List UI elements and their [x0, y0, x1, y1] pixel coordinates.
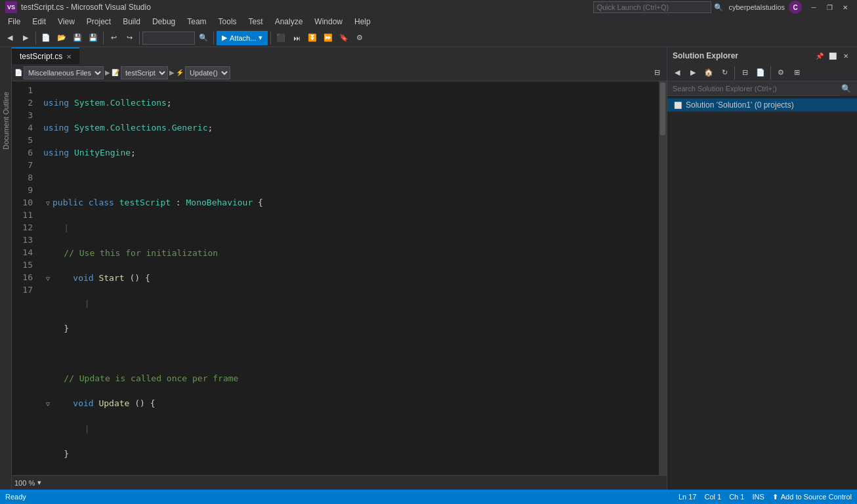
se-extra-btn[interactable]: ⊞: [789, 66, 804, 80]
menu-tools[interactable]: Tools: [213, 16, 242, 28]
toolbar-new-btn[interactable]: 📄: [39, 31, 53, 45]
menu-view[interactable]: View: [52, 16, 80, 28]
code-nav-bar: 📄 Miscellaneous Files ▶ 📝 testScript ▶ ⚡…: [12, 64, 667, 81]
se-maximize-btn[interactable]: ⬜: [827, 50, 839, 62]
toolbar-undo-btn[interactable]: ↩: [106, 31, 121, 45]
menu-project[interactable]: Project: [81, 16, 116, 28]
status-ch: Ch 1: [729, 493, 744, 501]
toolbar-redo-btn[interactable]: ↪: [122, 31, 136, 45]
menu-debug[interactable]: Debug: [147, 16, 180, 28]
attach-button[interactable]: ▶ Attach... ▾: [217, 31, 268, 45]
editor-tab-testscript[interactable]: testScript.cs ✕: [12, 47, 79, 64]
se-search-input[interactable]: [667, 81, 841, 96]
se-toolbar: ◀ ▶ 🏠 ↻ ⊟ 📄 ⚙ ⊞: [667, 64, 857, 81]
status-ins: INS: [752, 493, 764, 501]
menu-edit[interactable]: Edit: [27, 16, 51, 28]
toolbar-step-btn[interactable]: ⏭: [289, 31, 304, 45]
menu-test[interactable]: Test: [243, 16, 268, 28]
se-forward-btn[interactable]: ▶: [686, 66, 700, 80]
quick-launch-search-icon[interactable]: 🔍: [714, 3, 723, 12]
se-show-files-btn[interactable]: 📄: [753, 66, 768, 80]
toolbar-step2-btn[interactable]: ⏬: [305, 31, 320, 45]
status-bar-right: Ln 17 Col 1 Ch 1 INS ⬆ Add to Source Con…: [679, 493, 852, 501]
main-area: Document Outline testScript.cs ✕ 📄 Misce…: [0, 47, 857, 490]
restore-button[interactable]: ❐: [823, 1, 836, 13]
toolbar-open-btn[interactable]: 📂: [54, 31, 69, 45]
file-icon2: 📝: [112, 69, 119, 76]
se-refresh-btn[interactable]: ↻: [717, 66, 732, 80]
attach-label: Attach...: [230, 34, 256, 42]
collapse-all-btn[interactable]: ⊟: [650, 66, 664, 80]
user-area: cyberpetalstudios C: [728, 1, 802, 14]
zoom-dropdown-icon[interactable]: ▾: [37, 478, 41, 487]
status-col: Col 1: [704, 493, 721, 501]
toolbar-forward-btn[interactable]: ▶: [18, 31, 33, 45]
toolbar-sep3: [139, 32, 140, 45]
se-close-btn[interactable]: ✕: [840, 50, 852, 62]
menu-help[interactable]: Help: [349, 16, 376, 28]
menu-team[interactable]: Team: [182, 16, 211, 28]
toolbar-back-btn[interactable]: ◀: [3, 31, 17, 45]
menu-file[interactable]: File: [3, 16, 26, 28]
zoom-level: 100 %: [14, 479, 35, 487]
toolbar-search-btn[interactable]: 🔍: [196, 31, 211, 45]
line-numbers: 1 2 3 4 5 6 7 8 9 10 11 12 13 14 15 16 1…: [12, 81, 38, 475]
se-solution-icon: ⬜: [673, 100, 683, 110]
se-home-btn[interactable]: 🏠: [701, 66, 716, 80]
se-solution-label: Solution 'Solution1' (0 projects): [686, 100, 794, 110]
scrollbar-thumb[interactable]: [660, 83, 665, 135]
toolbar-save-btn[interactable]: 💾: [70, 31, 85, 45]
member-icon: ⚡: [176, 69, 184, 76]
code-content[interactable]: using System.Collections; using System.C…: [38, 81, 659, 475]
quick-launch-input[interactable]: [593, 1, 711, 13]
menu-build[interactable]: Build: [117, 16, 146, 28]
code-editor: 1 2 3 4 5 6 7 8 9 10 11 12 13 14 15 16 1…: [12, 81, 667, 475]
user-avatar[interactable]: C: [789, 1, 802, 14]
document-outline-tab[interactable]: Document Outline: [1, 87, 11, 155]
tab-close-icon[interactable]: ✕: [66, 53, 72, 60]
title-bar: VS testScript.cs - Microsoft Visual Stud…: [0, 0, 857, 14]
toolbar-sep5: [270, 32, 271, 45]
vertical-scrollbar[interactable]: [659, 81, 667, 475]
se-content: ⬜ Solution 'Solution1' (0 projects): [667, 96, 857, 490]
menu-analyze[interactable]: Analyze: [270, 16, 308, 28]
minimize-button[interactable]: ─: [807, 1, 820, 13]
close-button[interactable]: ✕: [839, 1, 852, 13]
tab-bar: testScript.cs ✕: [12, 47, 667, 64]
se-solution-item[interactable]: ⬜ Solution 'Solution1' (0 projects): [667, 98, 857, 112]
username-label: cyberpetalstudios: [728, 3, 785, 11]
attach-dropdown-icon: ▾: [259, 33, 262, 42]
file-icon: 📄: [14, 69, 22, 76]
se-search-row: 🔍: [667, 81, 857, 96]
toolbar-saveall-btn[interactable]: 💾: [86, 31, 100, 45]
toolbar-sep2: [103, 32, 104, 45]
toolbar-bookmark-btn[interactable]: 🔖: [337, 31, 351, 45]
add-to-source-control-button[interactable]: ⬆ Add to Source Control: [772, 493, 852, 501]
toolbar-search-input[interactable]: [142, 32, 195, 45]
editor-area: testScript.cs ✕ 📄 Miscellaneous Files ▶ …: [12, 47, 667, 490]
code-nav-file-select[interactable]: testScript: [121, 66, 168, 79]
toolbar-sep4: [213, 32, 214, 45]
se-collapse-btn[interactable]: ⊟: [738, 66, 752, 80]
toolbar-misc-btn[interactable]: ⚙: [352, 31, 367, 45]
window-controls: ─ ❐ ✕: [807, 1, 852, 13]
menu-window[interactable]: Window: [309, 16, 348, 28]
se-header: Solution Explorer 📌 ⬜ ✕: [667, 47, 857, 64]
se-back-btn[interactable]: ◀: [670, 66, 684, 80]
quick-launch-area: 🔍: [593, 1, 723, 13]
se-pin-btn[interactable]: 📌: [814, 50, 826, 62]
toolbar-sep1: [35, 32, 36, 45]
se-sep1: [734, 66, 735, 79]
toolbar: ◀ ▶ 📄 📂 💾 💾 ↩ ↪ 🔍 ▶ Attach... ▾ ⬛ ⏭ ⏬ ⏩ …: [0, 29, 857, 47]
toolbar-breakpoint-btn[interactable]: ⬛: [274, 31, 288, 45]
code-nav-member-select[interactable]: Update(): [185, 66, 230, 79]
code-nav-context-select[interactable]: Miscellaneous Files: [24, 66, 104, 79]
tab-label: testScript.cs: [20, 52, 62, 61]
se-search-icon[interactable]: 🔍: [841, 84, 851, 93]
window-title: testScript.cs - Microsoft Visual Studio: [21, 3, 151, 12]
se-sep2: [770, 66, 771, 79]
se-settings-btn[interactable]: ⚙: [774, 66, 788, 80]
toolbar-step3-btn[interactable]: ⏩: [321, 31, 335, 45]
status-ready: Ready: [5, 493, 26, 501]
nav-arrow2-icon: ▶: [169, 69, 175, 76]
